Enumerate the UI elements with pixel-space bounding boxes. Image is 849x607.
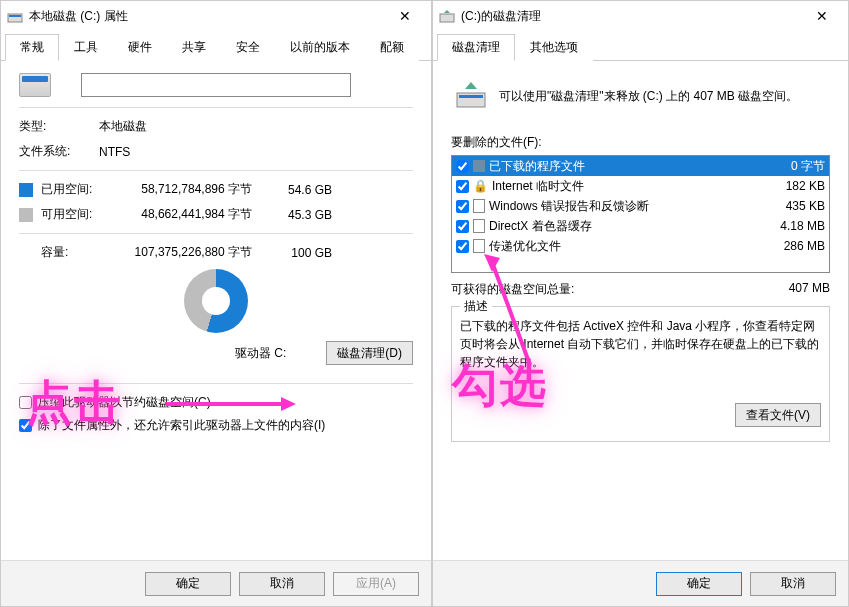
- file-list[interactable]: 已下载的程序文件0 字节🔒Internet 临时文件182 KBWindows …: [451, 155, 830, 273]
- tab-quota[interactable]: 配额: [365, 34, 419, 61]
- capacity-bytes: 107,375,226,880 字节: [117, 244, 252, 261]
- type-label: 类型:: [19, 118, 99, 135]
- file-size: 286 MB: [755, 239, 825, 253]
- used-bytes: 58,712,784,896 字节: [117, 181, 252, 198]
- free-bytes: 48,662,441,984 字节: [117, 206, 252, 223]
- file-checkbox[interactable]: [456, 180, 469, 193]
- description-group: 描述 已下载的程序文件包括 ActiveX 控件和 Java 小程序，你查看特定…: [451, 306, 830, 442]
- files-to-delete-label: 要删除的文件(F):: [451, 134, 830, 151]
- file-size: 182 KB: [755, 179, 825, 193]
- fs-value: NTFS: [99, 145, 130, 159]
- tab-tools[interactable]: 工具: [59, 34, 113, 61]
- window-title: 本地磁盘 (C:) 属性: [29, 8, 385, 25]
- file-size: 0 字节: [755, 158, 825, 175]
- disk-cleanup-window: (C:)的磁盘清理 ✕ 磁盘清理 其他选项 可以使用"磁盘清理"来释放 (C:)…: [432, 0, 849, 607]
- usage-pie-chart: [19, 269, 413, 333]
- svg-rect-1: [9, 15, 21, 17]
- tab-strip: 常规 工具 硬件 共享 安全 以前的版本 配额: [1, 33, 431, 61]
- description-text: 已下载的程序文件包括 ActiveX 控件和 Java 小程序，你查看特定网页时…: [460, 317, 821, 377]
- volume-name-input[interactable]: [81, 73, 351, 97]
- used-swatch: [19, 183, 33, 197]
- general-panel: 类型: 本地磁盘 文件系统: NTFS 已用空间: 58,712,784,896…: [1, 61, 431, 560]
- file-icon: [473, 239, 485, 253]
- file-name: 传递优化文件: [489, 238, 561, 255]
- titlebar[interactable]: (C:)的磁盘清理 ✕: [433, 1, 848, 31]
- tab-general[interactable]: 常规: [5, 34, 59, 61]
- program-icon: [473, 160, 485, 172]
- apply-button: 应用(A): [333, 572, 419, 596]
- capacity-human: 100 GB: [262, 246, 332, 260]
- svg-rect-4: [459, 95, 483, 98]
- info-text: 可以使用"磁盘清理"来释放 (C:) 上的 407 MB 磁盘空间。: [499, 88, 798, 105]
- tab-security[interactable]: 安全: [221, 34, 275, 61]
- file-size: 435 KB: [755, 199, 825, 213]
- tab-sharing[interactable]: 共享: [167, 34, 221, 61]
- total-label: 可获得的磁盘空间总量:: [451, 281, 574, 298]
- compress-checkbox-row[interactable]: 压缩此驱动器以节约磁盘空间(C): [19, 394, 413, 411]
- file-checkbox[interactable]: [456, 240, 469, 253]
- window-title: (C:)的磁盘清理: [461, 8, 802, 25]
- description-title: 描述: [460, 298, 492, 315]
- file-name: DirectX 着色器缓存: [489, 218, 592, 235]
- fs-label: 文件系统:: [19, 143, 99, 160]
- tab-other[interactable]: 其他选项: [515, 34, 593, 61]
- file-checkbox[interactable]: [456, 220, 469, 233]
- dialog-footer: 确定 取消 应用(A): [1, 560, 431, 606]
- drive-icon: [7, 8, 23, 24]
- close-icon[interactable]: ✕: [802, 2, 842, 30]
- file-checkbox[interactable]: [456, 200, 469, 213]
- compress-checkbox[interactable]: [19, 396, 32, 409]
- close-icon[interactable]: ✕: [385, 2, 425, 30]
- cleanup-icon: [439, 8, 455, 24]
- cancel-button[interactable]: 取消: [750, 572, 836, 596]
- file-icon: [473, 219, 485, 233]
- file-size: 4.18 MB: [755, 219, 825, 233]
- view-files-button[interactable]: 查看文件(V): [735, 403, 821, 427]
- tab-hardware[interactable]: 硬件: [113, 34, 167, 61]
- file-name: 已下载的程序文件: [489, 158, 585, 175]
- file-icon: [473, 199, 485, 213]
- drive-label: 驱动器 C:: [235, 345, 286, 362]
- file-name: Internet 临时文件: [492, 178, 584, 195]
- tab-strip: 磁盘清理 其他选项: [433, 33, 848, 61]
- dialog-footer: 确定 取消: [433, 560, 848, 606]
- disk-cleanup-button[interactable]: 磁盘清理(D): [326, 341, 413, 365]
- cancel-button[interactable]: 取消: [239, 572, 325, 596]
- file-name: Windows 错误报告和反馈诊断: [489, 198, 649, 215]
- drive-big-icon: [19, 73, 51, 97]
- svg-rect-2: [440, 14, 454, 22]
- lock-icon: 🔒: [473, 179, 488, 193]
- used-label: 已用空间:: [41, 181, 117, 198]
- file-list-row[interactable]: 传递优化文件286 MB: [452, 236, 829, 256]
- free-swatch: [19, 208, 33, 222]
- capacity-label: 容量:: [41, 244, 117, 261]
- index-checkbox[interactable]: [19, 419, 32, 432]
- tab-previous[interactable]: 以前的版本: [275, 34, 365, 61]
- file-checkbox[interactable]: [456, 160, 469, 173]
- file-list-row[interactable]: 🔒Internet 临时文件182 KB: [452, 176, 829, 196]
- tab-cleanup[interactable]: 磁盘清理: [437, 34, 515, 61]
- properties-window: 本地磁盘 (C:) 属性 ✕ 常规 工具 硬件 共享 安全 以前的版本 配额 类…: [0, 0, 432, 607]
- cleanup-big-icon: [455, 79, 487, 114]
- cleanup-panel: 可以使用"磁盘清理"来释放 (C:) 上的 407 MB 磁盘空间。 要删除的文…: [433, 61, 848, 560]
- ok-button[interactable]: 确定: [145, 572, 231, 596]
- free-human: 45.3 GB: [262, 208, 332, 222]
- index-checkbox-row[interactable]: 除了文件属性外，还允许索引此驱动器上文件的内容(I): [19, 417, 413, 434]
- free-label: 可用空间:: [41, 206, 117, 223]
- total-value: 407 MB: [789, 281, 830, 298]
- titlebar[interactable]: 本地磁盘 (C:) 属性 ✕: [1, 1, 431, 31]
- file-list-row[interactable]: 已下载的程序文件0 字节: [452, 156, 829, 176]
- file-list-row[interactable]: DirectX 着色器缓存4.18 MB: [452, 216, 829, 236]
- compress-label: 压缩此驱动器以节约磁盘空间(C): [38, 394, 211, 411]
- file-list-row[interactable]: Windows 错误报告和反馈诊断435 KB: [452, 196, 829, 216]
- index-label: 除了文件属性外，还允许索引此驱动器上文件的内容(I): [38, 417, 325, 434]
- used-human: 54.6 GB: [262, 183, 332, 197]
- type-value: 本地磁盘: [99, 118, 147, 135]
- ok-button[interactable]: 确定: [656, 572, 742, 596]
